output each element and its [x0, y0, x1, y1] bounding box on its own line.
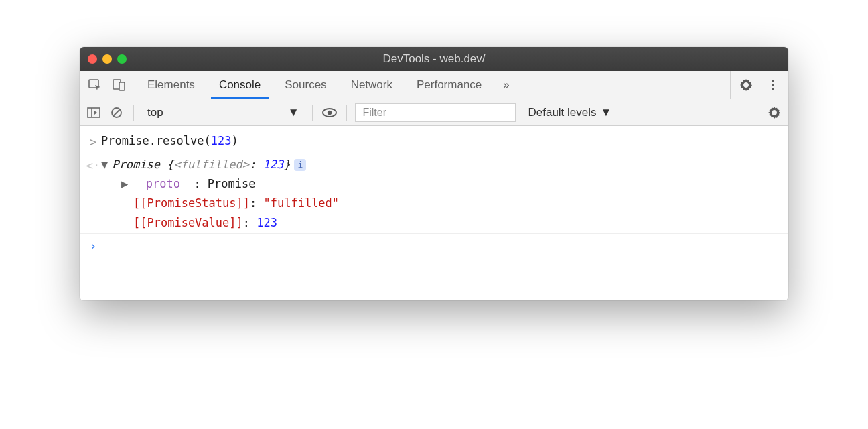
device-toolbar-icon[interactable]: [111, 76, 128, 94]
promise-value-row[interactable]: [[PromiseValue]]: 123: [121, 213, 782, 233]
inspect-element-icon[interactable]: [86, 76, 104, 94]
tab-label: Sources: [285, 78, 326, 92]
proto-key: __proto__: [132, 177, 194, 190]
expr-arg: 123: [211, 134, 232, 147]
proto-value: Promise: [208, 177, 256, 190]
proto-row[interactable]: ▶__proto__: Promise: [121, 174, 782, 194]
minimize-window-button[interactable]: [102, 54, 112, 64]
close-window-button[interactable]: [88, 54, 97, 64]
titlebar: DevTools - web.dev/: [80, 47, 788, 71]
context-label: top: [147, 106, 163, 119]
expr-suffix: ): [231, 134, 238, 147]
svg-rect-2: [119, 82, 125, 90]
svg-rect-7: [88, 108, 100, 117]
expr-prefix: Promise.resolve(: [101, 134, 211, 147]
promise-state-inline: <fulfilled>: [173, 158, 249, 171]
more-tabs-button[interactable]: »: [494, 71, 518, 99]
console-output-row: <· ▼Promise {<fulfilled>: 123}i ▶__proto…: [80, 154, 788, 235]
separator: [312, 105, 313, 121]
levels-label: Default levels: [528, 106, 596, 119]
toolbar-left: [80, 71, 135, 99]
svg-point-13: [772, 111, 776, 115]
console-input-row: > Promise.resolve(123): [80, 130, 788, 154]
sidebar-toggle-icon[interactable]: [85, 104, 102, 121]
svg-point-12: [328, 110, 332, 114]
chevron-more-icon: »: [503, 78, 509, 92]
value-value: 123: [257, 216, 277, 229]
tab-label: Performance: [417, 78, 482, 92]
promise-status-row[interactable]: [[PromiseStatus]]: "fulfilled": [121, 194, 782, 213]
console-prompt-row[interactable]: ›: [80, 234, 788, 257]
settings-icon[interactable]: [737, 76, 755, 94]
chevron-down-icon: ▼: [601, 106, 612, 119]
promise-value-inline: 123: [263, 158, 283, 171]
window-title: DevTools - web.dev/: [80, 52, 788, 66]
clear-console-icon[interactable]: [108, 104, 125, 121]
devtools-window: DevTools - web.dev/ Elements Console Sou…: [80, 47, 788, 300]
separator: [133, 105, 134, 121]
output-marker-icon: <·: [85, 155, 101, 176]
separator: [757, 105, 757, 121]
status-key: [[PromiseStatus]]: [133, 196, 250, 210]
tab-network[interactable]: Network: [339, 71, 405, 99]
console-toolbar: top ▼ Default levels ▼: [80, 99, 788, 126]
main-toolbar: Elements Console Sources Network Perform…: [80, 71, 788, 99]
prompt-icon: ›: [85, 235, 101, 256]
tab-label: Console: [219, 78, 261, 92]
kebab-menu-icon[interactable]: [764, 76, 782, 94]
svg-point-4: [772, 80, 774, 82]
object-name: Promise: [112, 158, 160, 171]
console-settings-icon[interactable]: [766, 104, 783, 121]
tab-label: Network: [351, 78, 392, 92]
status-value: "fulfilled": [263, 196, 339, 210]
info-icon[interactable]: i: [294, 159, 306, 171]
tab-label: Elements: [147, 78, 195, 92]
console-expression[interactable]: Promise.resolve(123): [101, 131, 782, 151]
svg-point-3: [744, 83, 748, 87]
fullscreen-window-button[interactable]: [117, 54, 127, 64]
filter-input[interactable]: [355, 103, 516, 122]
toolbar-right: [730, 71, 788, 99]
output-content: ▼Promise {<fulfilled>: 123}i ▶__proto__:…: [101, 155, 782, 233]
panel-tabs: Elements Console Sources Network Perform…: [135, 71, 730, 99]
tab-console[interactable]: Console: [207, 71, 273, 99]
tab-performance[interactable]: Performance: [405, 71, 494, 99]
svg-point-5: [772, 84, 774, 86]
object-summary[interactable]: ▼Promise {<fulfilled>: 123}i: [101, 155, 782, 174]
svg-point-6: [772, 88, 774, 90]
live-expression-icon[interactable]: [321, 104, 338, 121]
chevron-down-icon: ▼: [288, 106, 299, 119]
traffic-lights: [88, 54, 127, 64]
value-key: [[PromiseValue]]: [133, 216, 243, 229]
console-body: > Promise.resolve(123) <· ▼Promise {<ful…: [80, 126, 788, 300]
separator: [346, 105, 347, 121]
tab-elements[interactable]: Elements: [135, 71, 207, 99]
execution-context-select[interactable]: top ▼: [142, 106, 304, 119]
tab-sources[interactable]: Sources: [273, 71, 338, 99]
object-tree: ▶__proto__: Promise [[PromiseStatus]]: "…: [101, 174, 782, 233]
log-levels-select[interactable]: Default levels ▼: [521, 106, 618, 119]
disclosure-down-icon[interactable]: ▼: [101, 155, 108, 174]
disclosure-right-icon[interactable]: ▶: [121, 174, 128, 194]
svg-line-10: [113, 109, 120, 116]
input-marker-icon: >: [85, 131, 101, 152]
